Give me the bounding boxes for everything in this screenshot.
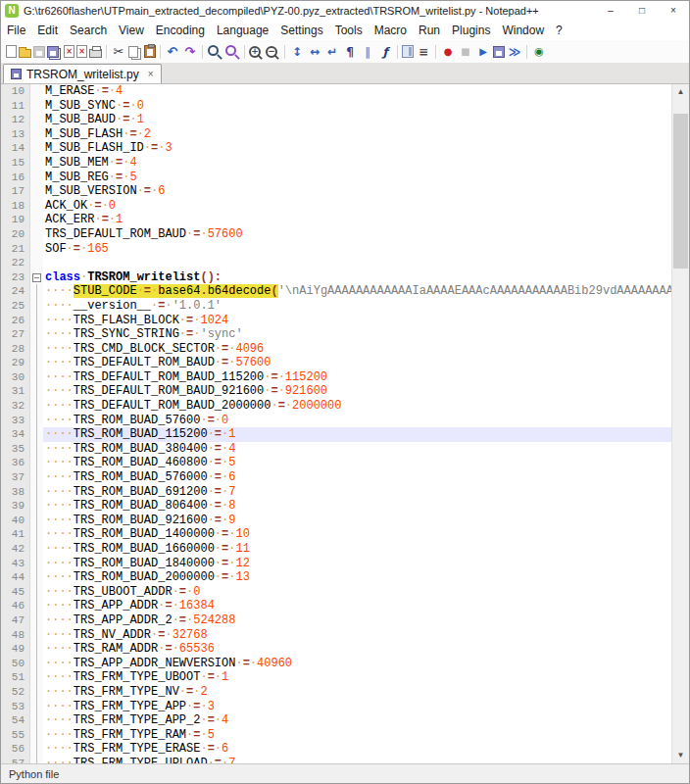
- code-line[interactable]: 48····TRS_NV_ADDR·=·32768: [1, 628, 671, 643]
- code-line[interactable]: 40····TRS_ROM_BUAD_921600·=·9: [1, 514, 671, 528]
- code-line[interactable]: 56····TRS_FRM_TYPE_ERASE·=·6: [1, 742, 671, 757]
- menu-item-macro[interactable]: Macro: [369, 22, 413, 39]
- code-line[interactable]: 38····TRS_ROM_BUAD_691200·=·7: [1, 485, 671, 500]
- sync-horizontal-icon[interactable]: ↔: [307, 44, 322, 60]
- menu-item-help[interactable]: ?: [550, 22, 568, 39]
- scrollbar-track[interactable]: [672, 100, 689, 748]
- menu-item-view[interactable]: View: [113, 22, 150, 39]
- close-all-icon[interactable]: [76, 45, 87, 58]
- code-line[interactable]: 47····TRS_APP_ADDR_2·=·524288: [1, 613, 671, 628]
- run-macro-multiple-icon[interactable]: ≫: [507, 44, 522, 60]
- code-line[interactable]: 16M_SUB_REG·=·5: [1, 171, 671, 185]
- sync-vertical-icon[interactable]: ↕: [289, 44, 305, 60]
- copy-icon[interactable]: [128, 46, 138, 58]
- undo-icon[interactable]: ↶: [165, 44, 180, 60]
- menu-item-settings[interactable]: Settings: [274, 22, 328, 39]
- show-all-characters-icon[interactable]: ¶: [342, 44, 358, 60]
- code-line[interactable]: 50····TRS_APP_ADDR_NEWVERSION·=·40960: [1, 657, 671, 671]
- indent-guide-icon[interactable]: ∥: [360, 44, 375, 60]
- code-line[interactable]: 44····TRS_ROM_BUAD_2000000·=·13: [1, 570, 671, 585]
- scroll-up-icon[interactable]: ▲: [672, 84, 689, 100]
- code-line[interactable]: 17M_SUB_VERSION·=·6: [1, 184, 671, 199]
- code-line[interactable]: 27····TRS_SYNC_STRING·=·'sync': [1, 327, 671, 342]
- code-line[interactable]: 55····TRS_FRM_TYPE_RAM·=·5: [1, 728, 671, 743]
- code-line[interactable]: 43····TRS_ROM_BUAD_1840000·=·12: [1, 557, 671, 571]
- code-line[interactable]: 31····TRS_DEFAULT_ROM_BAUD_921600·=·9216…: [1, 384, 671, 399]
- code-line[interactable]: 26····TRS_FLASH_BLOCK·=·1024: [1, 314, 671, 328]
- menu-item-plugins[interactable]: Plugins: [446, 22, 496, 39]
- code-line[interactable]: 10M_ERASE·=·4: [1, 84, 671, 99]
- menu-item-tools[interactable]: Tools: [329, 22, 369, 39]
- code-line[interactable]: 39····TRS_ROM_BUAD_806400·=·8: [1, 499, 671, 514]
- stop-macro-icon[interactable]: ■: [458, 44, 473, 60]
- document-map-icon[interactable]: [402, 45, 414, 58]
- code-line[interactable]: 18ACK_OK·=·0: [1, 199, 671, 214]
- close-icon[interactable]: [64, 45, 74, 58]
- word-wrap-icon[interactable]: ↵: [324, 44, 340, 60]
- code-line[interactable]: 28····TRS_CMD_BLOCK_SECTOR·=·4096: [1, 342, 671, 357]
- record-macro-icon[interactable]: ●: [440, 44, 456, 60]
- print-icon[interactable]: [89, 49, 102, 58]
- menu-item-window[interactable]: Window: [496, 22, 550, 39]
- code-line[interactable]: 54····TRS_FRM_TYPE_APP_2·=·4: [1, 713, 671, 728]
- code-line[interactable]: 52····TRS_FRM_TYPE_NV·=·2: [1, 685, 671, 700]
- menu-item-file[interactable]: File: [1, 22, 31, 39]
- function-list-icon[interactable]: ƒ: [377, 44, 393, 60]
- code-line[interactable]: 53····TRS_FRM_TYPE_APP·=·3: [1, 700, 671, 714]
- code-line[interactable]: 15M_SUB_MEM·=·4: [1, 156, 671, 171]
- document-list-icon[interactable]: ≡: [416, 44, 431, 60]
- replace-icon[interactable]: [224, 44, 240, 60]
- code-line[interactable]: 46····TRS_APP_ADDR·=·16384: [1, 599, 671, 613]
- open-file-icon[interactable]: [19, 49, 31, 58]
- code-line[interactable]: 20TRS_DEFAULT_ROM_BAUD·=·57600: [1, 227, 671, 242]
- code-line[interactable]: 41····TRS_ROM_BUAD_1400000·=·10: [1, 527, 671, 542]
- monitoring-icon[interactable]: ◉: [531, 44, 547, 60]
- code-line[interactable]: 21SOF·=·165: [1, 242, 671, 257]
- menu-item-search[interactable]: Search: [64, 22, 113, 39]
- code-line[interactable]: 22: [1, 256, 671, 270]
- cut-icon[interactable]: ✂: [111, 44, 126, 60]
- code-line[interactable]: 24····STUB_CODE·=·base64.b64decode('\nAi…: [1, 284, 671, 299]
- code-line[interactable]: 32····TRS_DEFAULT_ROM_BAUD_2000000·=·200…: [1, 399, 671, 414]
- minimize-button[interactable]: –: [595, 1, 626, 21]
- code-line[interactable]: 29····TRS_DEFAULT_ROM_BAUD·=·57600: [1, 356, 671, 370]
- close-button[interactable]: ×: [658, 1, 689, 21]
- code-line[interactable]: 11M_SUB_SYNC·=·0: [1, 99, 671, 114]
- code-line[interactable]: 30····TRS_DEFAULT_ROM_BAUD_115200·=·1152…: [1, 370, 671, 385]
- fold-minus-icon[interactable]: [32, 273, 41, 282]
- scrollbar-thumb[interactable]: [673, 114, 688, 269]
- code-line[interactable]: 35····TRS_ROM_BUAD_380400·=·4: [1, 442, 671, 457]
- code-line[interactable]: 34····TRS_ROM_BUAD_115200·=·1: [1, 427, 671, 442]
- find-icon[interactable]: [207, 44, 222, 60]
- scroll-down-icon[interactable]: ▼: [672, 748, 689, 763]
- code-line[interactable]: 14M_SUB_FLASH_ID·=·3: [1, 141, 671, 156]
- code-line[interactable]: 12M_SUB_BAUD·=·1: [1, 113, 671, 127]
- code-line[interactable]: 45····TRS_UBOOT_ADDR·=·0: [1, 585, 671, 600]
- code-line[interactable]: 37····TRS_ROM_BUAD_576000·=·6: [1, 470, 671, 485]
- menu-item-language[interactable]: Language: [211, 22, 274, 39]
- tab-trsrom-writelist[interactable]: TRSROM_writelist.py ×: [3, 64, 162, 83]
- code-line[interactable]: 49····TRS_RAM_ADDR·=·65536: [1, 642, 671, 657]
- maximize-button[interactable]: □: [626, 1, 658, 21]
- paste-icon[interactable]: [144, 45, 156, 58]
- code-line[interactable]: 42····TRS_ROM_BUAD_1660000·=·11: [1, 542, 671, 557]
- zoom-out-icon[interactable]: −: [266, 46, 277, 58]
- code-line[interactable]: 33····TRS_ROM_BUAD_57600·=·0: [1, 414, 671, 428]
- menu-item-edit[interactable]: Edit: [31, 22, 64, 39]
- new-file-icon[interactable]: [6, 45, 17, 58]
- code-line[interactable]: 57····TRS_FRM_TYPE_UPLOAD·=·7: [1, 757, 671, 763]
- code-line[interactable]: 25····__version__·=·'1.0.1': [1, 299, 671, 314]
- menu-item-encoding[interactable]: Encoding: [150, 22, 211, 39]
- fold-collapse-button[interactable]: [30, 270, 43, 285]
- zoom-in-icon[interactable]: +: [249, 46, 261, 58]
- save-all-icon[interactable]: [47, 46, 59, 58]
- code-line[interactable]: 13M_SUB_FLASH·=·2: [1, 127, 671, 142]
- menu-item-run[interactable]: Run: [413, 22, 446, 39]
- play-macro-icon[interactable]: ▶: [475, 44, 491, 60]
- save-macro-icon[interactable]: [493, 46, 505, 58]
- code-line[interactable]: 19ACK_ERR·=·1: [1, 213, 671, 227]
- vertical-scrollbar[interactable]: ▲ ▼: [671, 84, 689, 763]
- code-line[interactable]: 36····TRS_ROM_BUAD_460800·=·5: [1, 456, 671, 470]
- code-line[interactable]: 51····TRS_FRM_TYPE_UBOOT·=·1: [1, 670, 671, 685]
- tab-close-icon[interactable]: ×: [148, 69, 154, 79]
